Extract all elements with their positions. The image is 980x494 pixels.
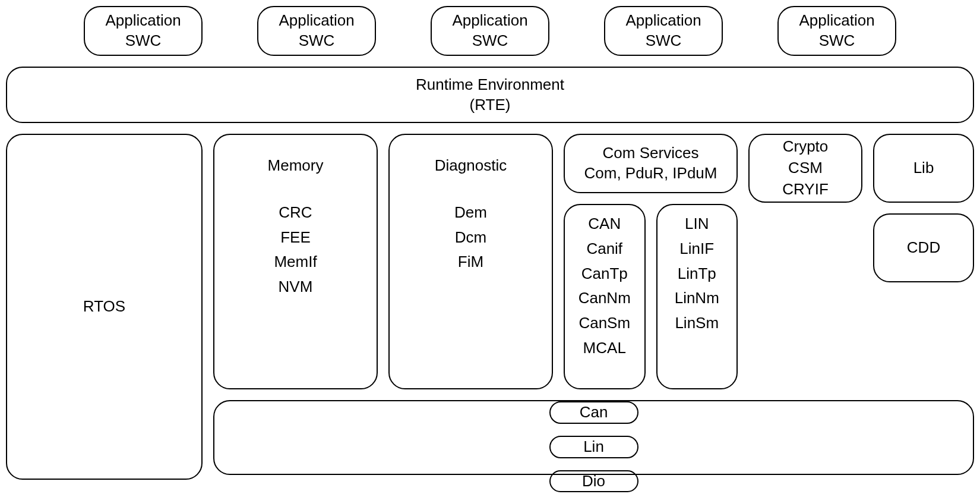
lin-stack-list: LIN LinIF LinTp LinNm LinSm: [675, 214, 719, 333]
diagnostic-list: Dem Dcm FiM: [454, 203, 487, 272]
rte-box: Runtime Environment (RTE): [6, 67, 974, 123]
memory-item: FEE: [274, 228, 317, 248]
rte-line1: Runtime Environment: [416, 75, 564, 95]
diagnostic-item: FiM: [454, 252, 487, 272]
crypto-item: Crypto: [782, 137, 829, 157]
com-services-box: Com Services Com, PduR, IPduM: [564, 134, 738, 193]
memory-list: CRC FEE MemIf NVM: [274, 203, 317, 297]
mcal-item-label: Lin: [583, 437, 604, 457]
com-services-line1: Com Services: [603, 143, 699, 163]
memory-item: NVM: [274, 277, 317, 297]
lin-stack-item: LinSm: [675, 313, 719, 333]
com-services-line2: Com, PduR, IPduM: [584, 163, 717, 184]
service-layer-row: Memory CRC FEE MemIf NVM Diagnostic Dem …: [213, 134, 974, 389]
mcal-item-label: Can: [580, 402, 608, 423]
can-stack-item: Canif: [578, 239, 631, 259]
app-swc-line2: SWC: [299, 31, 335, 51]
lin-stack-box: LIN LinIF LinTp LinNm LinSm: [656, 204, 738, 389]
can-stack-item: CAN: [578, 214, 631, 234]
memory-item: CRC: [274, 203, 317, 223]
crypto-lib-row: Crypto CSM CRYIF Lib: [748, 134, 974, 203]
diagnostic-item: Dcm: [454, 228, 487, 248]
application-swc-box: Application SWC: [604, 6, 723, 56]
lin-stack-item: LinIF: [675, 239, 719, 259]
memory-box: Memory CRC FEE MemIf NVM: [213, 134, 378, 389]
app-swc-line2: SWC: [646, 31, 682, 51]
can-stack-item: CanSm: [578, 313, 631, 333]
memory-title: Memory: [268, 156, 324, 176]
mcal-item-can: Can: [549, 401, 638, 424]
mcal-container: Can Lin Dio Adc Pwm Spi Port: [213, 400, 974, 475]
bsw-row: RTOS Memory CRC FEE MemIf NVM Diagnostic: [6, 134, 974, 480]
can-stack-item: MCAL: [578, 338, 631, 358]
mcal-item-lin: Lin: [549, 436, 638, 458]
crypto-item: CSM: [782, 158, 829, 178]
cdd-box: CDD: [873, 213, 974, 282]
lin-stack-item: LinNm: [675, 288, 719, 309]
app-swc-line2: SWC: [819, 31, 855, 51]
app-swc-line2: SWC: [472, 31, 508, 51]
diagnostic-title: Diagnostic: [435, 156, 507, 176]
rte-row: Runtime Environment (RTE): [6, 67, 974, 123]
can-stack-box: CAN Canif CanTp CanNm CanSm MCAL: [564, 204, 646, 389]
application-swc-box: Application SWC: [431, 6, 549, 56]
can-stack-item: CanTp: [578, 264, 631, 284]
application-swc-box: Application SWC: [777, 6, 896, 56]
lin-stack-item: LIN: [675, 214, 719, 234]
rte-line2: (RTE): [470, 95, 511, 115]
mcal-item-dio: Dio: [549, 470, 638, 493]
app-swc-line1: Application: [279, 11, 354, 31]
crypto-lib-cdd-column: Crypto CSM CRYIF Lib CDD: [748, 134, 974, 389]
diagnostic-item: Dem: [454, 203, 487, 223]
app-swc-line1: Application: [799, 11, 874, 31]
application-layer-row: Application SWC Application SWC Applicat…: [6, 6, 974, 56]
com-column: Com Services Com, PduR, IPduM CAN Canif …: [564, 134, 738, 389]
app-swc-line1: Application: [625, 11, 701, 31]
memory-item: MemIf: [274, 252, 317, 272]
lib-label: Lib: [913, 158, 934, 178]
can-stack-list: CAN Canif CanTp CanNm CanSm MCAL: [578, 214, 631, 358]
diagnostic-box: Diagnostic Dem Dcm FiM: [388, 134, 553, 389]
diagram-root: Application SWC Application SWC Applicat…: [6, 6, 974, 480]
mcal-item-label: Dio: [582, 471, 605, 492]
application-swc-box: Application SWC: [257, 6, 376, 56]
can-stack-item: CanNm: [578, 288, 631, 309]
app-swc-line1: Application: [452, 11, 527, 31]
crypto-list: Crypto CSM CRYIF: [782, 137, 829, 199]
cdd-label: CDD: [907, 238, 940, 258]
crypto-box: Crypto CSM CRYIF: [748, 134, 862, 203]
com-stack-row: CAN Canif CanTp CanNm CanSm MCAL LIN: [564, 204, 738, 389]
bsw-right-area: Memory CRC FEE MemIf NVM Diagnostic Dem …: [213, 134, 974, 480]
application-swc-box: Application SWC: [84, 6, 203, 56]
app-swc-line1: Application: [105, 11, 181, 31]
lib-box: Lib: [873, 134, 974, 203]
rtos-label: RTOS: [83, 297, 125, 317]
app-swc-line2: SWC: [125, 31, 162, 51]
crypto-item: CRYIF: [782, 180, 829, 200]
lin-stack-item: LinTp: [675, 264, 719, 284]
rtos-box: RTOS: [6, 134, 203, 480]
